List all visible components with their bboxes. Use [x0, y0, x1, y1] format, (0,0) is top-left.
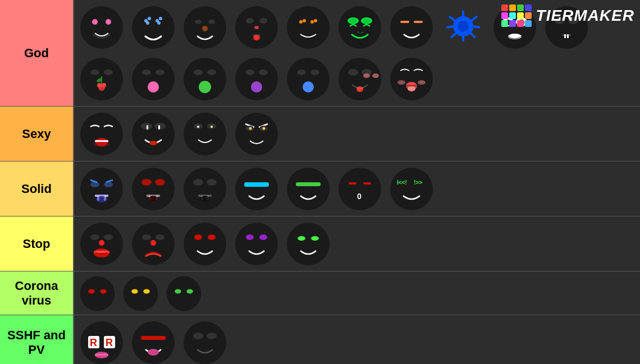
list-item — [438, 2, 488, 53]
list-item — [283, 54, 333, 104]
svg-point-5 — [148, 17, 151, 20]
svg-point-169 — [175, 289, 181, 293]
svg-point-132 — [235, 168, 278, 210]
svg-rect-137 — [349, 182, 356, 185]
svg-point-126 — [193, 179, 203, 186]
svg-point-182 — [193, 333, 203, 339]
svg-point-156 — [235, 223, 278, 265]
list-item — [231, 54, 282, 104]
svg-point-78 — [310, 70, 319, 75]
tier-label-sexy: Sexy — [0, 107, 73, 161]
svg-point-13 — [202, 26, 208, 31]
svg-line-39 — [473, 26, 480, 27]
svg-point-20 — [287, 6, 330, 49]
svg-point-134 — [287, 168, 330, 210]
svg-point-105 — [211, 126, 213, 128]
logo-grid — [501, 4, 532, 27]
list-item — [76, 274, 118, 313]
svg-point-146 — [99, 240, 104, 246]
svg-point-127 — [207, 179, 217, 186]
svg-point-154 — [194, 234, 202, 240]
svg-point-110 — [263, 127, 266, 130]
svg-point-106 — [235, 113, 278, 155]
list-item — [283, 164, 333, 214]
svg-point-85 — [372, 73, 379, 78]
svg-rect-33 — [414, 21, 423, 23]
svg-point-57 — [90, 70, 99, 75]
svg-point-152 — [150, 240, 156, 246]
svg-point-158 — [259, 234, 267, 240]
svg-point-153 — [184, 223, 226, 265]
tier-row-sshf: SSHF and PV R R — [0, 315, 640, 364]
list-item — [180, 164, 230, 214]
list-item — [128, 317, 179, 364]
svg-point-84 — [363, 73, 370, 78]
svg-point-145 — [104, 234, 113, 240]
svg-point-79 — [303, 81, 314, 93]
svg-point-101 — [184, 113, 226, 155]
list-item — [163, 274, 205, 313]
list-item — [76, 2, 127, 53]
tier-label-sshf: SSHF and PV — [0, 315, 73, 364]
svg-point-104 — [197, 126, 199, 128]
svg-point-161 — [311, 236, 319, 241]
svg-line-40 — [451, 32, 458, 38]
svg-point-21 — [299, 20, 303, 24]
svg-point-150 — [142, 234, 151, 240]
tiermaker-logo: TiERMAKER — [501, 4, 634, 27]
list-item: l<<! !>> — [386, 164, 437, 214]
list-item — [386, 2, 437, 53]
svg-point-144 — [90, 234, 99, 240]
tier-label-god: God — [0, 0, 73, 106]
list-item — [231, 219, 282, 269]
svg-point-58 — [104, 70, 113, 75]
svg-rect-177 — [95, 354, 108, 356]
svg-point-178 — [132, 321, 175, 364]
list-item — [128, 164, 179, 214]
list-item: R R — [76, 317, 127, 364]
svg-point-17 — [254, 26, 259, 29]
svg-point-157 — [246, 234, 254, 240]
svg-point-11 — [195, 20, 202, 24]
svg-point-2 — [106, 19, 111, 25]
list-item — [128, 54, 179, 104]
list-item — [231, 2, 282, 53]
svg-point-0 — [80, 6, 123, 49]
svg-point-15 — [246, 18, 254, 24]
svg-point-131 — [200, 196, 210, 201]
list-item — [231, 164, 282, 214]
tier-content-corona — [73, 271, 640, 315]
svg-point-125 — [184, 168, 226, 210]
tier-content-solid: 0 l<<! !>> — [73, 162, 640, 216]
svg-point-70 — [207, 70, 216, 75]
list-item — [128, 109, 179, 159]
svg-point-12 — [208, 20, 215, 24]
svg-point-29 — [363, 19, 371, 23]
list-item — [76, 219, 127, 269]
svg-point-111 — [80, 168, 123, 210]
list-item — [180, 219, 230, 269]
svg-point-100 — [149, 141, 157, 145]
svg-text:l<<!: l<<! — [397, 179, 407, 186]
tier-content-sshf: R R — [73, 315, 640, 364]
list-item: 0 — [335, 164, 385, 214]
svg-point-9 — [157, 21, 161, 25]
svg-line-36 — [449, 16, 456, 22]
svg-point-86 — [390, 58, 433, 100]
svg-point-74 — [259, 70, 268, 75]
svg-point-119 — [141, 179, 152, 186]
svg-point-95 — [132, 113, 175, 155]
svg-point-124 — [148, 196, 158, 201]
svg-point-170 — [186, 289, 193, 293]
svg-point-81 — [348, 69, 358, 76]
list-item — [180, 2, 230, 53]
svg-point-90 — [397, 80, 405, 85]
svg-point-67 — [148, 81, 159, 93]
svg-point-151 — [156, 234, 164, 240]
tier-table: TiERMAKER God — [0, 0, 640, 364]
svg-rect-138 — [363, 182, 371, 185]
svg-point-117 — [96, 196, 107, 202]
list-item — [76, 54, 127, 104]
svg-rect-54 — [564, 34, 566, 38]
svg-line-37 — [470, 16, 477, 22]
